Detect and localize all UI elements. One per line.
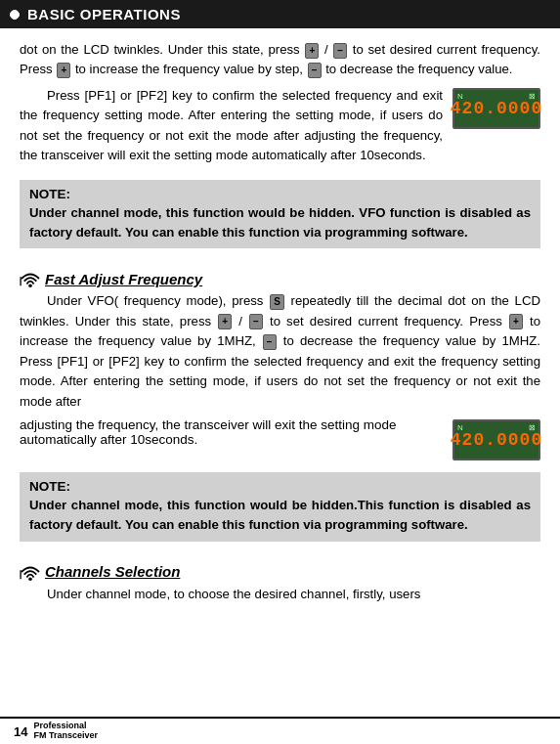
header-circle-icon — [10, 10, 20, 20]
s-button-icon: S — [270, 294, 284, 310]
wifi-icon — [20, 270, 41, 287]
plus-button-icon3: + — [218, 314, 232, 329]
minus-button-icon: − — [333, 43, 347, 59]
note-title-2: NOTE: — [29, 479, 531, 494]
freq-icon2: ⊠ — [529, 423, 536, 432]
plus-button-icon4: + — [509, 314, 523, 329]
page-container: BASIC OPERATIONS dot on the LCD twinkles… — [0, 0, 560, 744]
channels-paragraph: Under channel mode, to choose the desire… — [20, 585, 540, 604]
minus-button-icon2: − — [308, 63, 322, 78]
frequency-display-2: N ⊠ 420.0000 — [452, 419, 540, 460]
freq-label-n: N — [457, 92, 463, 101]
header-bar: BASIC OPERATIONS — [0, 0, 560, 28]
page-number: 14 — [14, 724, 27, 739]
svg-point-0 — [28, 284, 32, 288]
note-box-1: NOTE: Under channel mode, this function … — [20, 180, 540, 249]
page-title: BASIC OPERATIONS — [27, 6, 181, 22]
fast-adjust-paragraph: Under VFO( frequency mode), press S repe… — [20, 291, 540, 412]
fast-adjust-heading: Fast Adjust Frequency — [20, 270, 540, 287]
plus-button-icon: + — [305, 43, 319, 59]
intro-section: dot on the LCD twinkles. Under this stat… — [20, 40, 540, 172]
frequency-display-1: N ⊠ 420.0000 — [452, 88, 540, 129]
plus-button-icon2: + — [57, 63, 70, 78]
footer-label-fm: FM Transceiver — [33, 731, 98, 741]
freq-label-n2: N — [457, 423, 463, 432]
fast-adjust-title: Fast Adjust Frequency — [45, 271, 202, 287]
footer-labels: Professional FM Transceiver — [33, 722, 98, 741]
freq-icon: ⊠ — [529, 92, 536, 101]
note-box-2: NOTE: Under channel mode, this function … — [20, 472, 540, 542]
fast-adjust-section: Under VFO( frequency mode), press S repe… — [20, 291, 540, 464]
note-body-2: Under channel mode, this function would … — [29, 496, 531, 535]
wifi-icon-2 — [20, 563, 41, 581]
minus-button-icon4: − — [263, 334, 277, 350]
channels-heading: Channels Selection — [20, 563, 540, 581]
intro-paragraph-1: dot on the LCD twinkles. Under this stat… — [20, 40, 540, 80]
footer: 14 Professional FM Transceiver — [0, 717, 560, 744]
channels-title: Channels Selection — [45, 563, 180, 580]
note-body-1: Under channel mode, this function would … — [29, 203, 531, 242]
svg-point-1 — [28, 577, 32, 581]
freq-value2: 420.0000 — [451, 430, 542, 450]
note-title-1: NOTE: — [29, 187, 531, 201]
minus-button-icon3: − — [249, 314, 263, 329]
main-content: dot on the LCD twinkles. Under this stat… — [0, 28, 560, 620]
freq-value: 420.0000 — [451, 99, 542, 118]
